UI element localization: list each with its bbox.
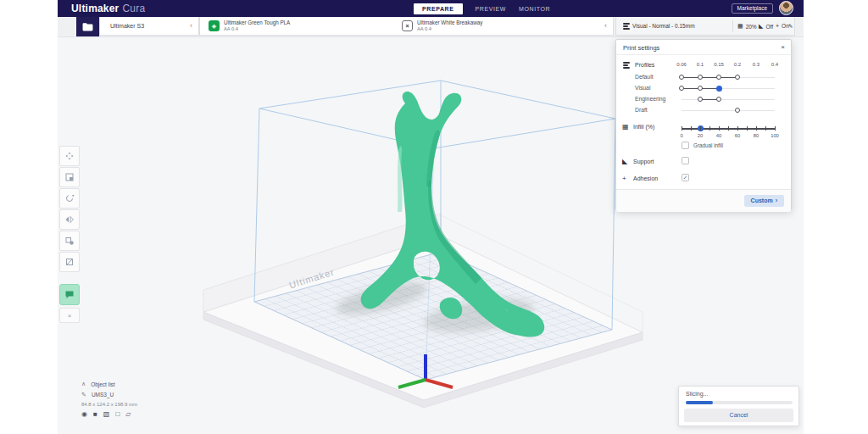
gradual-infill-option: Gradual infill (682, 142, 723, 149)
slicing-progress-card: Slicing... Cancel (678, 386, 799, 426)
adhesion-option: + Adhesion ✓ (616, 173, 791, 184)
slicing-progress-track (686, 401, 793, 404)
adhesion-icon: + (622, 175, 626, 182)
extruder-1-config[interactable]: ◈ Ultimaker Green Tough PLA AA 0.4 (209, 19, 290, 32)
support-checkbox[interactable] (682, 157, 689, 164)
object-name-row[interactable]: ✎ UMS3_U (81, 392, 137, 398)
profile-row-default[interactable]: Default (616, 71, 791, 82)
scale-icon (64, 172, 75, 182)
layers-icon (623, 23, 630, 30)
infill-tick (709, 126, 710, 131)
chevron-left-icon: ‹ (604, 21, 607, 30)
infill-label: Infill (%) (633, 124, 654, 130)
adhesion-icon: + (776, 23, 779, 29)
profile-row-visual[interactable]: Visual (616, 82, 791, 93)
col-label: 0.2 (734, 62, 741, 67)
move-tool-button[interactable] (59, 146, 80, 166)
tab-prepare[interactable]: PREPARE (414, 3, 463, 14)
profile-dot[interactable] (698, 97, 703, 102)
support-blocker-icon (64, 257, 75, 267)
support-blocker-button[interactable] (59, 252, 80, 272)
tick-label: 80 (754, 133, 759, 138)
profile-row-engineering[interactable]: Engineering (616, 93, 791, 104)
support-icon: ◣ (759, 23, 763, 30)
infill-tick (719, 126, 720, 131)
row-label: Draft (635, 107, 648, 113)
infill-tick (756, 126, 757, 131)
infill-icon: ▦ (622, 123, 629, 131)
tick-label: 60 (735, 133, 740, 138)
profile-dot[interactable] (716, 86, 722, 92)
col-label: 0.06 (676, 62, 687, 67)
marketplace-button[interactable]: Marketplace (732, 3, 773, 14)
profile-dot[interactable] (679, 75, 684, 80)
slider-track (682, 110, 775, 111)
panel-header: Print settings × (616, 40, 791, 55)
app-logo: UltimakerCura (71, 3, 145, 14)
printer-selector[interactable]: Ultimaker S3 ‹ (99, 17, 199, 36)
infill-tick (728, 126, 729, 131)
close-icon[interactable]: × (781, 43, 785, 51)
profile-dot[interactable] (698, 86, 703, 91)
support-label: Support (633, 159, 654, 164)
infill-tick (700, 126, 701, 131)
globe-view-icon[interactable]: ◉ (81, 410, 87, 418)
profile-dot[interactable] (716, 97, 721, 102)
tab-monitor[interactable]: MONITOR (519, 6, 550, 12)
per-model-settings-button[interactable] (59, 231, 80, 251)
scale-tool-button[interactable] (59, 167, 80, 187)
infill-tick (747, 126, 748, 131)
mirror-icon (64, 214, 75, 225)
object-list-toggle[interactable]: ∧ Object list (81, 381, 137, 387)
col-label: 0.3 (753, 62, 760, 67)
slider-track (682, 99, 775, 100)
open-file-button[interactable] (76, 17, 99, 36)
extruder-2-icon: × (402, 20, 413, 31)
skewed-cube-icon[interactable]: ▱ (125, 410, 131, 418)
custom-settings-button[interactable]: Custom› (744, 195, 784, 207)
support-option: ◣ Support (616, 156, 791, 167)
chat-dismiss-button[interactable]: × (59, 308, 80, 323)
gradual-infill-checkbox[interactable] (682, 142, 689, 149)
outline-cube-icon[interactable]: □ (115, 410, 120, 418)
object-list: ∧ Object list ✎ UMS3_U 84.8 x 124.2 x 19… (81, 381, 137, 418)
infill-section: ▦ Infill (%) 0 20 40 60 80 100 Gradual i… (616, 120, 791, 151)
profile-dot[interactable] (698, 75, 703, 80)
profile-summary: Visual - Normal - 0.15mm (623, 23, 695, 30)
profile-dot[interactable] (679, 86, 684, 91)
logo-cura: Cura (123, 3, 146, 14)
rotate-tool-button[interactable] (59, 188, 80, 209)
panel-title: Print settings (623, 44, 659, 52)
infill-tick (737, 126, 738, 131)
hatched-cube-icon[interactable]: ▧ (103, 410, 110, 418)
extruder-2-material: Ultimaker White Breakaway (417, 19, 482, 26)
material-selector[interactable]: ◈ Ultimaker Green Tough PLA AA 0.4 × Ult… (199, 17, 614, 36)
account-avatar[interactable] (779, 1, 793, 15)
edit-settings-icon[interactable]: ✎ (788, 23, 793, 30)
infill-icon: ▦ (737, 23, 743, 30)
profile-dot[interactable] (716, 75, 721, 80)
cura-window: Ultimaker (58, 0, 804, 434)
configuration-toolbar: Ultimaker S3 ‹ ◈ Ultimaker Green Tough P… (58, 17, 804, 37)
profile-row-draft[interactable]: Draft (616, 104, 791, 115)
tab-preview[interactable]: PREVIEW (476, 6, 506, 12)
view-options: ◉ ■ ▧ □ ▱ (81, 410, 137, 418)
col-label: 0.1 (697, 62, 704, 67)
object-dimensions: 84.8 x 124.2 x 198.9 mm (81, 402, 137, 407)
cancel-slicing-button[interactable]: Cancel (684, 409, 793, 422)
mirror-tool-button[interactable] (59, 209, 80, 230)
chevron-left-icon: ‹ (190, 21, 192, 30)
chat-widget-button[interactable] (59, 284, 80, 305)
profile-dot[interactable] (735, 108, 740, 113)
solid-view-icon[interactable]: ■ (93, 410, 97, 418)
extruder-2-config[interactable]: × Ultimaker White Breakaway AA 0.4 (402, 19, 482, 32)
tick-label: 20 (698, 133, 703, 138)
adhesion-checkbox[interactable]: ✓ (682, 174, 689, 181)
collapse-icon: ∧ (81, 381, 86, 387)
move-icon (64, 151, 75, 161)
row-label: Visual (635, 85, 650, 91)
print-settings-summary[interactable]: Visual - Normal - 0.15mm ▦ 20% ◣ Off + O… (615, 17, 795, 36)
profile-dot[interactable] (735, 75, 740, 80)
top-bar: UltimakerCura PREPARE PREVIEW MONITOR Ma… (58, 0, 804, 17)
divider (732, 20, 733, 32)
